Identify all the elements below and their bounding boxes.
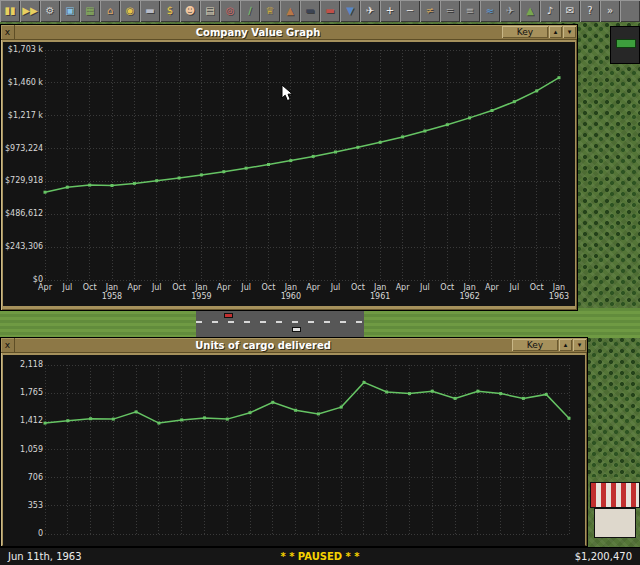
x-axis-year-label: 1962 xyxy=(459,293,479,301)
data-point-marker xyxy=(44,191,47,194)
toolbar-story-book-button[interactable]: ▤ xyxy=(200,0,220,22)
close-button[interactable]: x xyxy=(1,25,15,39)
x-axis-tick-label: Oct xyxy=(262,284,276,292)
x-axis-tick-label: Apr xyxy=(396,284,410,292)
toolbar-music-button[interactable]: ♪ xyxy=(540,0,560,22)
toolbar-news-button[interactable]: ✉ xyxy=(560,0,580,22)
window-title[interactable]: Units of cargo delivered xyxy=(15,338,511,352)
window-titlebar[interactable]: x Units of cargo delivered Key ▴ ▾ xyxy=(1,338,587,353)
background-window-fragment[interactable] xyxy=(610,26,640,64)
toolbar-stations-button[interactable]: ▬ xyxy=(140,0,160,22)
company-value-graph-window: x Company Value Graph Key ▴ ▾ $1,703 k$1… xyxy=(0,24,578,311)
toolbar-build-tram-button[interactable]: ≡ xyxy=(460,0,480,22)
toolbar-options-button[interactable]: ⚙ xyxy=(40,0,60,22)
chart-canvas xyxy=(3,42,575,306)
toolbar-graphs-button[interactable]: ∕ xyxy=(240,0,260,22)
data-point-marker xyxy=(271,401,274,404)
league-icon: ♕ xyxy=(266,6,275,16)
data-point-marker xyxy=(491,109,494,112)
data-point-marker xyxy=(135,410,138,413)
toolbar-road-vehicles-button[interactable]: ▬ xyxy=(320,0,340,22)
data-point-marker xyxy=(468,116,471,119)
field-patch xyxy=(364,308,640,338)
toolbar-build-water-button[interactable]: ≈ xyxy=(480,0,500,22)
window-titlebar[interactable]: x Company Value Graph Key ▴ ▾ xyxy=(1,25,577,40)
data-point-marker xyxy=(423,130,426,133)
x-axis-tick-label: Oct xyxy=(83,284,97,292)
close-button[interactable]: x xyxy=(1,338,15,352)
toolbar-pause-button[interactable]: ▮▮ xyxy=(0,0,20,22)
data-point-marker xyxy=(476,390,479,393)
toolbar-ships-button[interactable]: ▼ xyxy=(340,0,360,22)
x-axis-tick-label: Jan xyxy=(195,284,207,292)
key-button[interactable]: Key xyxy=(502,26,548,38)
toolbar-towns-button[interactable]: ⌂ xyxy=(100,0,120,22)
toolbar-league-button[interactable]: ♕ xyxy=(260,0,280,22)
toolbar-switch-toolbar-button[interactable]: » xyxy=(600,0,620,22)
toolbar-save-button[interactable]: ▣ xyxy=(60,0,80,22)
x-axis-tick-label: Jul xyxy=(420,284,430,292)
data-point-marker xyxy=(334,151,337,154)
data-point-marker xyxy=(249,411,252,414)
data-point-marker xyxy=(289,159,292,162)
forest-patch xyxy=(586,337,640,477)
key-button[interactable]: Key xyxy=(512,339,558,351)
y-axis-tick-label: $729,918 xyxy=(5,177,43,185)
pin-button[interactable]: ▾ xyxy=(573,339,586,351)
x-axis-year-label: 1958 xyxy=(102,293,122,301)
ships-icon: ▼ xyxy=(346,6,354,16)
toolbar-build-rail-button[interactable]: ≠ xyxy=(420,0,440,22)
options-icon: ⚙ xyxy=(46,6,55,16)
chart-canvas xyxy=(3,355,585,546)
x-axis-year-label: 1963 xyxy=(549,293,569,301)
toolbar-aircraft-button[interactable]: ✈ xyxy=(360,0,380,22)
y-axis-tick-label: $973,224 xyxy=(5,145,43,153)
toolbar-landscaping-button[interactable]: ▲ xyxy=(520,0,540,22)
data-point-marker xyxy=(111,184,114,187)
toolbar-zoom-in-button[interactable]: + xyxy=(380,0,400,22)
shade-button[interactable]: ▴ xyxy=(559,339,572,351)
zoom-out-icon: − xyxy=(406,6,414,16)
data-point-marker xyxy=(363,381,366,384)
build-airport-icon: ✈ xyxy=(506,6,514,16)
towns-icon: ⌂ xyxy=(107,6,113,16)
data-point-marker xyxy=(112,418,115,421)
toolbar-build-airport-button[interactable]: ✈ xyxy=(500,0,520,22)
minimap-icon: ▦ xyxy=(85,6,94,16)
data-point-marker xyxy=(379,141,382,144)
switch-toolbar-icon: » xyxy=(607,6,613,16)
data-point-marker xyxy=(267,163,270,166)
industry-sprite xyxy=(590,482,640,544)
data-point-marker xyxy=(66,419,69,422)
toolbar-minimap-button[interactable]: ▦ xyxy=(80,0,100,22)
toolbar-company-button[interactable]: ☻ xyxy=(180,0,200,22)
build-water-icon: ≈ xyxy=(486,6,494,16)
data-point-marker xyxy=(545,393,548,396)
data-point-marker xyxy=(312,155,315,158)
goals-icon: ◎ xyxy=(226,6,235,16)
data-point-marker xyxy=(200,173,203,176)
toolbar-zoom-out-button[interactable]: − xyxy=(400,0,420,22)
x-axis-tick-label: Jul xyxy=(509,284,519,292)
toolbar-trains-button[interactable]: ▬ xyxy=(300,0,320,22)
toolbar-help-button[interactable]: ? xyxy=(580,0,600,22)
company-money[interactable]: $1,200,470 xyxy=(575,551,632,562)
pin-button[interactable]: ▾ xyxy=(563,26,576,38)
toolbar-fast-forward-button[interactable]: ▶▶ xyxy=(20,0,40,22)
data-point-marker xyxy=(203,416,206,419)
data-point-marker xyxy=(535,89,538,92)
data-point-marker xyxy=(385,391,388,394)
window-title[interactable]: Company Value Graph xyxy=(15,25,501,39)
toolbar-subsidies-button[interactable]: ◉ xyxy=(120,0,140,22)
toolbar-build-road-button[interactable]: = xyxy=(440,0,460,22)
toolbar-goals-button[interactable]: ◎ xyxy=(220,0,240,22)
y-axis-tick-label: 1,059 xyxy=(5,446,43,454)
x-axis-year-label: 1959 xyxy=(191,293,211,301)
graphs-icon: ∕ xyxy=(248,6,251,16)
shade-button[interactable]: ▴ xyxy=(549,26,562,38)
finances-icon: $ xyxy=(167,6,173,16)
paused-indicator: * * PAUSED * * xyxy=(0,551,640,562)
toolbar-industries-button[interactable]: ▲ xyxy=(280,0,300,22)
x-axis-tick-label: Oct xyxy=(440,284,454,292)
toolbar-finances-button[interactable]: $ xyxy=(160,0,180,22)
